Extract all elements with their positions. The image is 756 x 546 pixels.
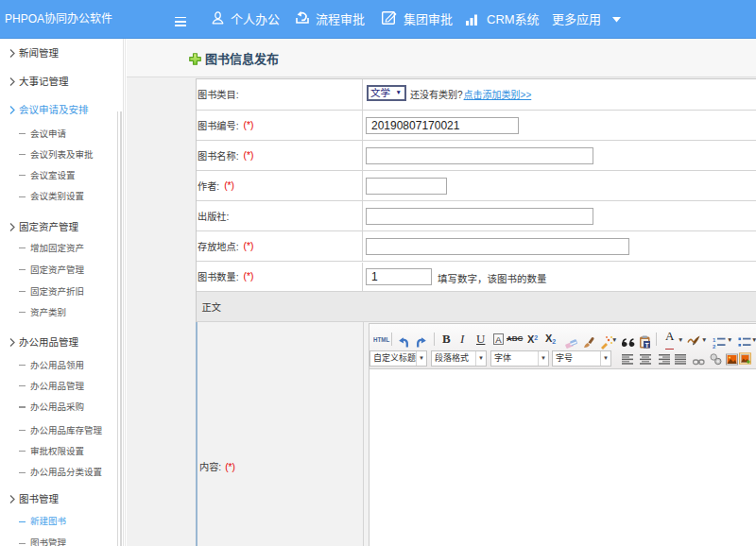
svg-text:T: T [645,342,650,349]
svg-text:1: 1 [713,337,716,343]
svg-text:2: 2 [713,344,716,350]
